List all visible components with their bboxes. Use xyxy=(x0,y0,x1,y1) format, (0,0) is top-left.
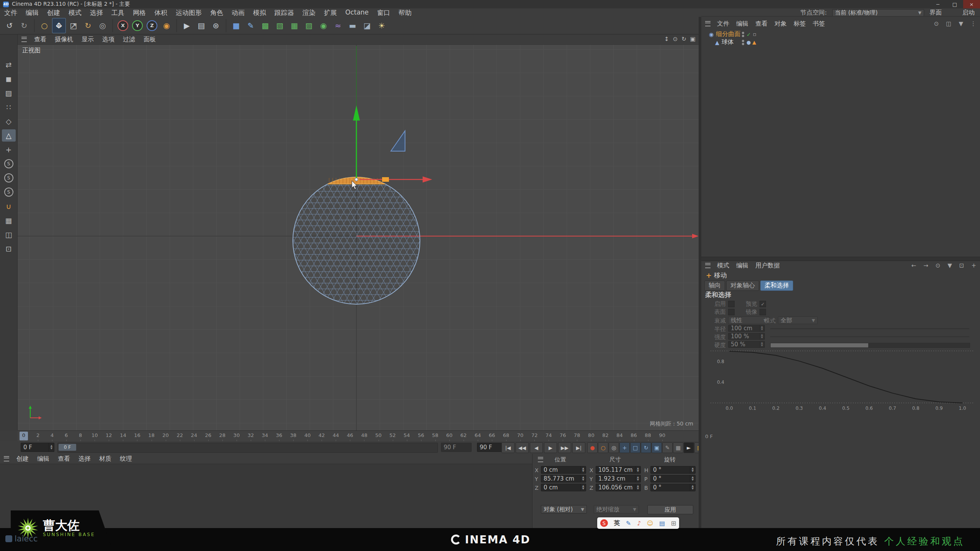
viewport[interactable]: 查看摄像机显示选项过滤面板 ↕⊙↻▣ 正视图 网格间距 : 50 cm xyxy=(18,34,699,430)
om-menu-3[interactable]: 对象 xyxy=(771,20,790,28)
z-axis-lock[interactable]: Z xyxy=(145,18,159,33)
ime-lang-icon[interactable]: 英 xyxy=(614,519,620,527)
deformer-button[interactable]: ≈ xyxy=(331,18,345,33)
render-settings-button[interactable]: ⊛ xyxy=(209,18,223,33)
point-mode-button[interactable]: ∷ xyxy=(2,101,16,113)
menu-item-13[interactable]: 渲染 xyxy=(298,8,320,17)
primitive-cube-button[interactable]: ■ xyxy=(229,18,243,33)
menu-item-17[interactable]: 帮助 xyxy=(394,8,416,17)
menu-item-8[interactable]: 运动图形 xyxy=(172,8,206,17)
om-search-icon[interactable]: ⊙ xyxy=(934,20,939,27)
material-menu-5[interactable]: 纹理 xyxy=(116,455,136,463)
radius-slider[interactable] xyxy=(770,328,969,329)
record-pla-toggle[interactable]: ✎ xyxy=(662,442,673,453)
live-selection-tool[interactable]: ○ xyxy=(38,18,51,33)
coord-field-1-x[interactable]: 105.117 cm▲▼ xyxy=(596,466,641,474)
menu-item-1[interactable]: 编辑 xyxy=(21,8,43,17)
timeline-handle[interactable]: 0 F xyxy=(59,444,76,451)
menu-item-15[interactable]: Octane xyxy=(341,8,373,17)
mirror-checkbox[interactable] xyxy=(760,309,766,315)
spline-pen-button[interactable]: ✎ xyxy=(244,18,258,33)
stepper[interactable]: ▲▼ xyxy=(690,466,695,473)
record-parameter-toggle[interactable]: ▣ xyxy=(652,442,662,453)
timeline-track[interactable]: 0 F xyxy=(57,443,438,453)
autokey-button[interactable]: ○ xyxy=(598,442,608,453)
model-mode-button[interactable]: ◼ xyxy=(2,73,16,85)
y-axis-lock[interactable]: Y xyxy=(131,18,144,33)
material-menu-2[interactable]: 查看 xyxy=(54,455,74,463)
render-picture-viewer-button[interactable]: ▤ xyxy=(194,18,208,33)
ime-pen-icon[interactable]: ✎ xyxy=(626,520,631,527)
workplane-mode-button[interactable]: ▦ xyxy=(2,214,16,227)
lock-workplane-button[interactable]: ⊡ xyxy=(2,243,16,255)
cloner-button[interactable]: ▦ xyxy=(287,18,301,33)
record-keyframe-button[interactable]: ● xyxy=(587,442,598,453)
recent-tool-button[interactable]: ◎ xyxy=(96,18,109,33)
size-mode-dropdown[interactable]: 绝对缩放▼ xyxy=(594,505,639,514)
stepper[interactable]: ▲▼ xyxy=(759,325,764,331)
pan-view-icon[interactable]: ↕ xyxy=(664,36,669,42)
polygon-mode-button[interactable]: △ xyxy=(2,129,16,142)
menu-item-10[interactable]: 动画 xyxy=(227,8,249,17)
object-row[interactable]: ▲球体●▲ xyxy=(701,38,980,46)
stepper[interactable]: ▲▼ xyxy=(580,484,586,491)
am-search-icon[interactable]: ⊙ xyxy=(936,262,941,269)
interface-menu[interactable]: 界面 xyxy=(929,9,942,17)
zoom-view-icon[interactable]: ⊙ xyxy=(673,36,678,42)
position-mode-dropdown[interactable]: 对象 (相对)▼ xyxy=(541,505,587,514)
history-back-icon[interactable]: ← xyxy=(911,262,916,269)
stepper[interactable]: ▲▼ xyxy=(635,466,640,473)
viewport-menu-2[interactable]: 显示 xyxy=(77,36,98,44)
am-menu-2[interactable]: 用户数据 xyxy=(752,262,783,270)
minimize-button[interactable]: ─ xyxy=(929,0,946,8)
om-menu-1[interactable]: 编辑 xyxy=(733,20,752,28)
stepper[interactable]: ▲▼ xyxy=(580,466,586,473)
snap-button[interactable]: ∪ xyxy=(2,200,16,212)
timeline-ruler[interactable]: 0246810121416182022242628303234363840424… xyxy=(18,430,699,442)
surface-checkbox[interactable] xyxy=(728,309,735,315)
stepper[interactable]: ▲▼ xyxy=(690,475,695,482)
layer-tag[interactable]: ▫ xyxy=(753,31,756,37)
menu-item-3[interactable]: 模式 xyxy=(64,8,86,17)
material-menu-0[interactable]: 创建 xyxy=(12,455,33,463)
viewport-menu-5[interactable]: 面板 xyxy=(139,36,160,44)
scale-tool[interactable]: □↗ xyxy=(67,18,80,33)
subdivision-surface-button[interactable]: ▩ xyxy=(258,18,272,33)
phong-tag[interactable]: ● xyxy=(746,39,751,45)
apply-button[interactable]: 应用 xyxy=(647,505,693,514)
make-editable-button[interactable]: ⇄ xyxy=(2,59,16,71)
object-row[interactable]: ◉细分曲面✓▫ xyxy=(701,30,980,38)
falloff-curve-graph[interactable]: 0.80.40.00.10.20.30.40.50.60.70.80.91.0 xyxy=(710,350,974,419)
render-view-button[interactable]: ▶ xyxy=(180,18,194,33)
toggle-view-icon[interactable]: ▣ xyxy=(690,36,696,42)
menu-item-7[interactable]: 体积 xyxy=(150,8,172,17)
menu-item-5[interactable]: 工具 xyxy=(107,8,129,17)
viewport-menu-4[interactable]: 过滤 xyxy=(119,36,139,44)
viewport-menu-icon[interactable] xyxy=(21,37,27,42)
coord-field-2-b[interactable]: 0 °▲▼ xyxy=(650,484,696,491)
stepper[interactable]: ▲▼ xyxy=(635,484,640,491)
menu-item-14[interactable]: 扩展 xyxy=(320,8,341,17)
hardness-slider[interactable] xyxy=(770,343,970,348)
menu-item-9[interactable]: 角色 xyxy=(206,8,227,17)
prev-frame-button[interactable]: ◀ xyxy=(530,442,543,453)
planar-workplane-button[interactable]: ◫ xyxy=(2,228,16,241)
am-filter-icon[interactable]: ▼ xyxy=(947,262,952,269)
falloff-dropdown[interactable]: 线性▼ xyxy=(728,316,769,324)
coord-field-2-h[interactable]: 0 °▲▼ xyxy=(650,466,696,474)
goto-start-button[interactable]: |◀ xyxy=(501,442,514,453)
move-tool[interactable]: ↔↕ xyxy=(52,18,66,33)
am-menu-1[interactable]: 编辑 xyxy=(733,262,752,270)
tab-2[interactable]: 柔和选择 xyxy=(760,280,793,291)
startup-menu[interactable]: 启动 xyxy=(962,9,975,17)
coord-field-0-x[interactable]: 0 cm▲▼ xyxy=(541,466,586,474)
node-space-dropdown[interactable]: 当前 (标准/物理)▼ xyxy=(832,9,924,16)
record-rotation-toggle[interactable]: ↻ xyxy=(641,442,651,453)
texture-mode-button[interactable]: ▨ xyxy=(2,87,16,99)
strength-slider[interactable] xyxy=(770,336,969,337)
om-menu-4[interactable]: 标签 xyxy=(790,20,809,28)
am-menu-0[interactable]: 模式 xyxy=(714,262,733,270)
radius-field[interactable]: 100 cm▲▼ xyxy=(728,325,765,332)
floor-button[interactable]: ▬ xyxy=(346,18,359,33)
preview-checkbox[interactable]: ✓ xyxy=(760,301,766,307)
